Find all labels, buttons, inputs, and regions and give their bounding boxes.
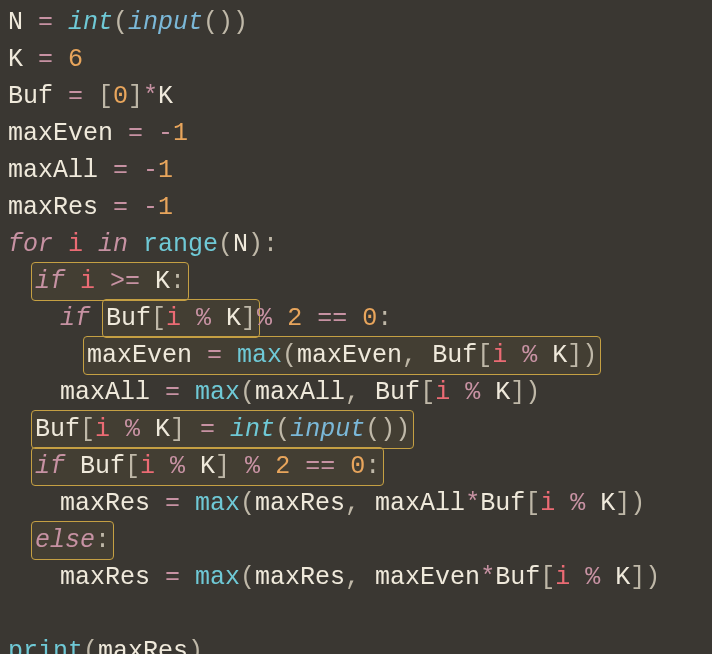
code-line: else: — [8, 522, 712, 559]
highlight-box: if Buf[i % K] % 2 == 0: — [31, 447, 384, 486]
blank-line — [8, 596, 712, 633]
code-line: maxEven = -1 — [8, 115, 712, 152]
code-line: if Buf[i % K] % 2 == 0: — [8, 448, 712, 485]
highlight-box: else: — [31, 521, 114, 560]
var-n: N — [8, 8, 38, 37]
code-block: N = int(input()) K = 6 Buf = [0]*K maxEv… — [0, 0, 712, 654]
code-line: maxAll = -1 — [8, 152, 712, 189]
code-line: Buf[i % K] = int(input()) — [8, 411, 712, 448]
code-line: maxAll = max(maxAll, Buf[i % K]) — [8, 374, 712, 411]
code-line: maxRes = max(maxRes, maxAll*Buf[i % K]) — [8, 485, 712, 522]
code-line: maxEven = max(maxEven, Buf[i % K]) — [8, 337, 712, 374]
code-line: print(maxRes) — [8, 633, 712, 654]
code-line: if i >= K: — [8, 263, 712, 300]
code-line: maxRes = -1 — [8, 189, 712, 226]
code-line: for i in range(N): — [8, 226, 712, 263]
highlight-box: maxEven = max(maxEven, Buf[i % K]) — [83, 336, 601, 375]
highlight-box: Buf[i % K] = int(input()) — [31, 410, 414, 449]
code-line: if Buf[i % K] % 2 == 0: — [8, 300, 712, 337]
code-line: N = int(input()) — [8, 4, 712, 41]
code-line: Buf = [0]*K — [8, 78, 712, 115]
highlight-box: if i >= K: — [31, 262, 189, 301]
highlight-box: Buf[i % K] — [102, 299, 260, 338]
code-line: maxRes = max(maxRes, maxEven*Buf[i % K]) — [8, 559, 712, 596]
code-line: K = 6 — [8, 41, 712, 78]
